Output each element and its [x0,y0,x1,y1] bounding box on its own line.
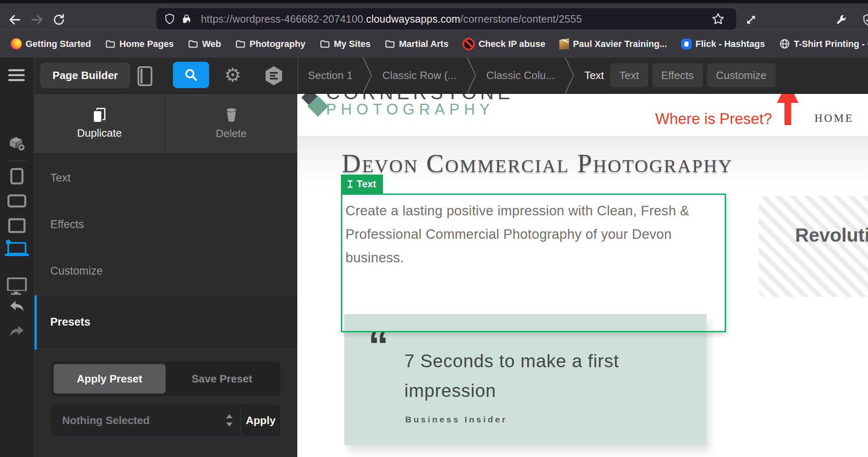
preset-select[interactable]: Nothing Selected [62,404,149,436]
gear-icon[interactable]: ⚙ [222,61,243,89]
expand-icon [745,14,757,26]
preview-phone-landscape-icon[interactable] [7,194,26,208]
bookmark-label: Flick - Hashtags [695,39,765,49]
bookmark-check-ip-abuse[interactable]: Check IP abuse [462,38,545,50]
logo-line1: CORNERSTONE [326,94,516,100]
bookmark-star-icon[interactable] [712,12,725,26]
page-heading[interactable]: Devon Commercial Photography [342,148,733,179]
rail-divider [7,161,26,161]
bookmark-label: Photography [250,39,306,49]
page-builder-label: Page Builder [53,69,118,82]
panel-item-presets[interactable]: Presets [35,295,297,349]
panel-toggle-icon[interactable] [138,66,152,86]
fullscreen-expand-button[interactable] [742,11,760,29]
tab-label: Text [619,69,639,82]
image-placeholder[interactable]: Revolution [759,196,868,297]
bookmark-paul-xavier[interactable]: Paul Xavier Training... [559,38,667,49]
element-actions: Duplicate Delete [35,94,297,154]
search-button[interactable] [173,62,209,88]
quote-card[interactable]: “ 7 Seconds to make a first impression B… [344,314,707,445]
quote-text: 7 Seconds to make a first impression [404,346,660,406]
tab-effects[interactable]: Effects [652,63,703,87]
preview-tablet-icon[interactable] [8,218,26,233]
text-element-icon [348,180,352,188]
bookmark-folder-photography[interactable]: Photography [235,39,306,49]
preview-desktop-icon[interactable] [7,277,27,291]
selected-element-label: Text [357,178,376,190]
apply-preset-button[interactable]: Apply Preset [54,364,166,394]
select-chevrons-icon[interactable] [225,414,233,427]
developer-wrench-button[interactable] [832,11,850,29]
bookmark-label: Getting Started [26,39,91,49]
tracking-shield-icon[interactable] [164,13,175,25]
url-bar[interactable]: https://wordpress-466682-2074100.cloudwa… [156,8,736,30]
bookmark-tshirt-printing[interactable]: T-Shirt Printing - Cl... [779,38,868,49]
bookmark-flick-hashtags[interactable]: Flick - Hashtags [681,39,765,49]
breadcrumb-section[interactable]: Section 1 [308,69,352,82]
quote-icon: “ [368,337,389,354]
builder-left-rail [0,58,34,457]
nav-home-link[interactable]: HOME [814,112,854,125]
bookmark-label: Web [202,39,221,49]
tab-text[interactable]: Text [610,63,648,87]
browser-toolbar: https://wordpress-466682-2074100.cloudwa… [0,3,868,30]
save-preset-button[interactable]: Save Preset [166,361,278,396]
url-domain: cloudwaysapps.com [366,13,460,25]
bookmark-folder-home-pages[interactable]: Home Pages [105,39,174,49]
chevron-right-icon [565,58,574,93]
lock-icon[interactable] [181,13,192,25]
delete-label: Delete [216,127,247,140]
tab-strip [0,0,868,3]
breadcrumb-column[interactable]: Classic Colu... [486,69,555,82]
bookmark-label: My Sites [334,39,371,49]
url-subdomain: https://wordpress-466682-2074100. [201,13,366,25]
selected-element-badge[interactable]: Text [341,175,383,194]
forward-button[interactable] [28,11,46,29]
bookmark-folder-my-sites[interactable]: My Sites [320,39,371,49]
preview-laptop-icon-active[interactable] [7,242,26,254]
apply-button[interactable]: Apply [241,404,280,436]
selected-text-element[interactable]: Create a lasting positive impression wit… [341,194,726,332]
inspector-panel: Duplicate Delete Text Effects Customize … [35,94,297,457]
add-element-icon[interactable] [8,135,26,152]
folder-icon [385,39,395,49]
breadcrumb-text-element[interactable]: Text [584,69,604,82]
panel-item-customize[interactable]: Customize [35,248,297,294]
bookmarks-bar: Getting Started Home Pages Web Photograp… [0,30,868,58]
panel-item-text[interactable]: Text [35,155,297,201]
bookmark-getting-started[interactable]: Getting Started [11,38,91,49]
shield-partial-icon[interactable] [859,11,868,29]
delete-button[interactable]: Delete [165,94,297,153]
panel-item-effects[interactable]: Effects [35,201,297,248]
body-paragraph[interactable]: Create a lasting positive impression wit… [342,195,716,269]
rail-divider [7,291,26,291]
quote-citation: Business Insider [405,415,507,424]
redo-icon[interactable] [9,324,25,338]
chevron-right-icon [362,58,372,93]
gold-book-icon [559,38,569,49]
page-builder-button[interactable]: Page Builder [40,63,130,88]
duplicate-button[interactable]: Duplicate [35,94,165,153]
firefox-icon [11,38,22,49]
chevron-right-icon [467,58,476,93]
panel-item-label: Effects [50,218,84,231]
reload-button[interactable] [50,11,68,29]
tab-customize[interactable]: Customize [707,63,776,87]
panel-item-label: Presets [50,316,91,329]
logo-wordmark-clipped[interactable]: CORNERSTONE [326,94,516,100]
back-button[interactable] [6,11,24,29]
menu-icon[interactable] [8,69,25,84]
reload-icon [52,13,65,26]
cornerstone-hexagon-icon[interactable] [266,66,282,85]
tab-label: Customize [716,69,767,82]
bookmark-label: Martial Arts [399,39,448,49]
back-arrow-icon [8,13,22,27]
preview-phone-portrait-icon[interactable] [10,168,23,184]
undo-icon[interactable] [9,300,25,313]
bookmark-folder-martial-arts[interactable]: Martial Arts [385,39,448,49]
breadcrumb-row[interactable]: Classic Row (... [382,69,457,82]
bookmark-folder-web[interactable]: Web [188,39,221,49]
prohibition-icon [462,38,475,50]
bookmark-label: T-Shirt Printing - Cl... [794,39,868,49]
logo-line2[interactable]: PHOTOGRAPHY [326,101,494,118]
